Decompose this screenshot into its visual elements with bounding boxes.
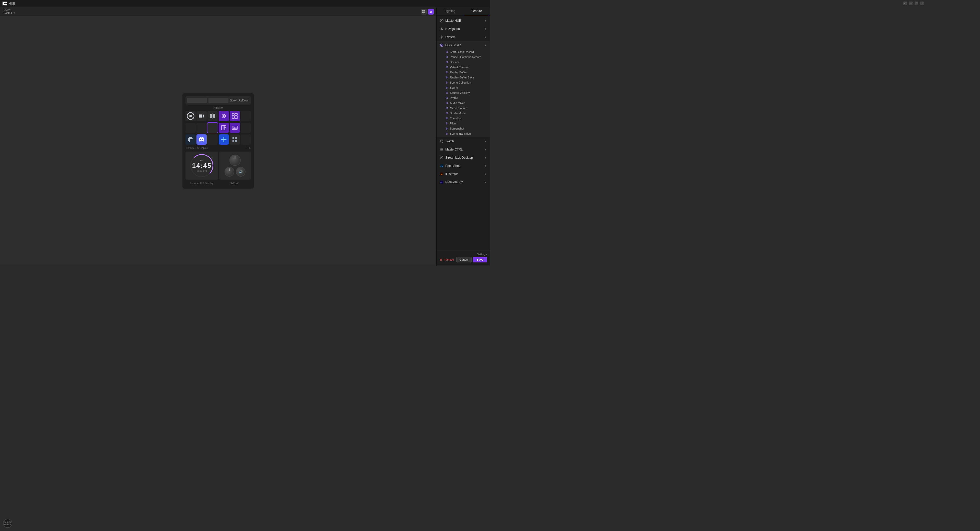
svg-point-58 <box>447 88 447 88</box>
sidebar-section-masterhub: MasterHUB ▼ <box>437 17 490 25</box>
app-title: HUB <box>9 2 15 5</box>
obs-sub-item-13[interactable]: Transition <box>444 116 490 121</box>
grid-button-empty-6[interactable] <box>241 134 251 145</box>
obs-sub-label-14: Filter <box>450 122 456 125</box>
grid-button-purple-expand[interactable] <box>230 111 240 121</box>
grid-button-grid[interactable] <box>230 134 240 145</box>
cancel-button[interactable]: Cancel <box>456 257 472 262</box>
tab-lighting[interactable]: Lighting <box>437 7 463 15</box>
svg-point-70 <box>447 118 447 119</box>
sidebar-section-header-navigation[interactable]: Navigation ▼ <box>437 25 490 32</box>
obs-sub-item-2[interactable]: Stream <box>444 59 490 65</box>
sidebar-section-header-twitch[interactable]: Twitch ▼ <box>437 138 490 145</box>
obs-sub-label-4: Replay Buffer <box>450 71 467 74</box>
grid-button-empty-3[interactable] <box>196 123 207 133</box>
ips-footer: Encoder IPS Display 3xKnob <box>186 181 251 185</box>
titlebar: HUB ⚙ — ☐ ✕ <box>0 0 490 7</box>
grid-button-plus-cross[interactable] <box>219 134 229 145</box>
svg-point-74 <box>447 128 447 129</box>
premiere-chevron: ▼ <box>484 181 487 184</box>
svg-rect-21 <box>221 126 224 130</box>
device-panel-wrapper: Scroll Up/Down 2xRoller <box>0 16 436 266</box>
obs-sub-item-16[interactable]: Scene Transition <box>444 131 490 136</box>
svg-rect-78 <box>441 140 441 141</box>
ips-info-icon[interactable]: ℹ <box>247 147 248 150</box>
obs-sub-icon-14 <box>445 122 449 125</box>
grid-view-button[interactable] <box>421 9 426 14</box>
grid-button-purple-expand2[interactable] <box>219 123 229 133</box>
ips-settings-icon[interactable]: ⚙ <box>248 147 251 150</box>
knob-small-left[interactable] <box>224 167 234 177</box>
grid-button-steam[interactable] <box>186 134 196 145</box>
masterhub-chevron: ▼ <box>484 19 487 22</box>
obs-sub-item-12[interactable]: Studio Mode <box>444 111 490 116</box>
obs-sub-item-5[interactable]: Replay Buffer Save <box>444 75 490 80</box>
sidebar-section-header-obs[interactable]: OBS Studio ▼ <box>437 41 490 49</box>
obs-sub-label-12: Studio Mode <box>450 112 466 115</box>
sidebar-section-header-mastercrtl[interactable]: MasterCTRL ▼ <box>437 146 490 153</box>
sidebar-section-header-streamlabs[interactable]: Streamlabs Desktop ▼ <box>437 154 490 161</box>
obs-sub-label-3: Virtual Camera <box>450 66 469 69</box>
save-button[interactable]: Save <box>473 257 487 262</box>
grid-button-move[interactable] <box>207 111 218 121</box>
system-chevron: ▼ <box>484 36 487 38</box>
svg-rect-19 <box>232 115 234 118</box>
sidebar-section-header-premiere[interactable]: Pr Premiere Pro ▼ <box>437 179 490 186</box>
grid-button-discord[interactable] <box>196 134 207 145</box>
obs-sub-icon-6 <box>445 81 449 84</box>
grid-button-video-cam[interactable] <box>196 111 207 121</box>
obs-sub-item-10[interactable]: Audio Mixer <box>444 100 490 105</box>
svg-point-54 <box>447 77 447 78</box>
svg-rect-7 <box>199 115 202 118</box>
user-avatar[interactable]: U <box>428 9 434 14</box>
svg-rect-20 <box>235 115 237 118</box>
obs-sub-item-9[interactable]: Profile <box>444 95 490 100</box>
svg-marker-39 <box>440 27 443 30</box>
obs-sub-items: Start / Stop Record Pause / Continue Rec… <box>437 49 490 137</box>
profile-select[interactable]: Profile1 ▼ <box>3 11 15 14</box>
grid-button-purple-cam[interactable] <box>219 111 229 121</box>
knob-small-right[interactable]: 🔊 <box>236 167 245 177</box>
grid-button-empty-4[interactable] <box>241 123 251 133</box>
sidebar-section-mastercrtl: MasterCTRL ▼ <box>437 145 490 153</box>
illustrator-chevron: ▼ <box>484 173 487 175</box>
tab-feature[interactable]: Feature <box>463 7 490 15</box>
sidebar-section-header-system[interactable]: System ▼ <box>437 33 490 41</box>
svg-rect-9 <box>210 114 212 116</box>
grid-button-empty-1[interactable] <box>241 111 251 121</box>
obs-sub-item-11[interactable]: Media Source <box>444 105 490 111</box>
grid-button-empty-2[interactable] <box>186 123 196 133</box>
system-label: System <box>445 35 483 39</box>
svg-point-60 <box>447 92 447 93</box>
obs-sub-item-4[interactable]: Replay Buffer <box>444 70 490 75</box>
obs-sub-icon-3 <box>445 66 449 69</box>
sidebar-section-system: System ▼ <box>437 33 490 41</box>
obs-sub-item-8[interactable]: Source Visibility <box>444 90 490 95</box>
obs-sub-item-6[interactable]: Scene Collection <box>444 80 490 85</box>
obs-sub-icon-10 <box>445 102 449 105</box>
sidebar-section-header-illustrator[interactable]: Ai Illustrator ▼ <box>437 171 490 178</box>
grid-button-purple-id[interactable]: AB <box>230 123 240 133</box>
obs-sub-item-15[interactable]: Screenshot <box>444 126 490 131</box>
obs-sub-icon-8 <box>445 91 449 94</box>
obs-sub-item-0[interactable]: Start / Stop Record <box>444 49 490 54</box>
obs-sub-item-7[interactable]: Scene <box>444 85 490 90</box>
knob-large[interactable] <box>229 155 241 166</box>
obs-sub-item-3[interactable]: Virtual Camera <box>444 65 490 70</box>
obs-sub-item-14[interactable]: Filter <box>444 121 490 126</box>
clock-date: 09:13 FRI <box>192 170 212 172</box>
remove-button[interactable]: 🗑 Remove <box>440 258 454 261</box>
grid-button-selected[interactable] <box>207 123 218 133</box>
obs-sub-item-1[interactable]: Pause / Continue Record <box>444 54 490 59</box>
titlebar-left: HUB <box>2 1 15 6</box>
grid-button-obs-circle[interactable] <box>186 111 196 121</box>
move-icon <box>210 113 215 119</box>
illustrator-icon: Ai <box>440 172 444 176</box>
sidebar-section-header-masterhub[interactable]: MasterHUB ▼ <box>437 17 490 24</box>
grid-button-empty-5[interactable] <box>207 134 218 145</box>
knob-marker-1 <box>235 156 235 159</box>
sidebar-section-illustrator: Ai Illustrator ▼ <box>437 170 490 178</box>
sidebar-section-header-photoshop[interactable]: Ps PhotoShop ▼ <box>437 162 490 169</box>
svg-rect-33 <box>232 137 234 139</box>
streamlabs-icon <box>440 156 444 160</box>
